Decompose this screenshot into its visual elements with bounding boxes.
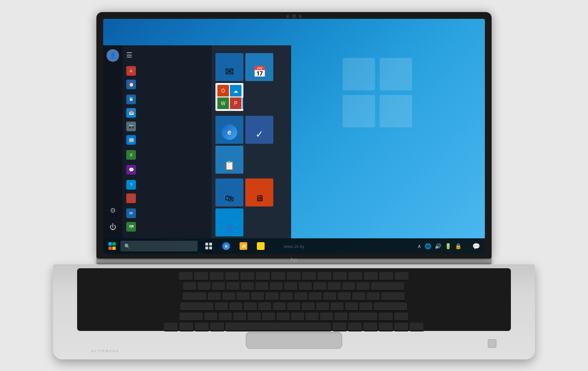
notification-button[interactable]: 💬 (469, 239, 483, 253)
excel-icon: X (126, 150, 136, 160)
search-bar[interactable]: 🔍 (120, 241, 198, 251)
key-0 (328, 282, 341, 291)
start-button[interactable] (105, 239, 120, 253)
key-j (302, 302, 315, 311)
key-h (287, 302, 301, 311)
key-esc (179, 272, 193, 281)
svg-rect-4 (205, 243, 208, 246)
key-9 (313, 282, 327, 291)
settings-icon[interactable]: ⚙ (105, 203, 120, 218)
app-item-access[interactable]: A (122, 64, 212, 78)
tile-todo[interactable]: ✓ (245, 116, 273, 144)
key-b (262, 313, 276, 321)
tile-ms-store[interactable]: 🛍 (215, 179, 243, 206)
key-f3 (225, 272, 240, 281)
app-item-feedback[interactable]: 💬 (122, 163, 212, 177)
tile-company-portal[interactable]: 👤 (215, 208, 243, 236)
user-avatar-icon[interactable]: 👤 (107, 49, 119, 62)
office-onenote-icon: N (242, 97, 243, 109)
key-s (229, 302, 243, 311)
key-lshift (179, 313, 203, 321)
key-f10 (333, 272, 347, 281)
key-y (280, 292, 294, 301)
app-item-excel[interactable]: X (122, 148, 212, 162)
fingerprint-reader[interactable] (488, 339, 496, 348)
tile-office-suite[interactable]: O W ☁ P N (215, 83, 243, 111)
remote-desktop-tile-icon: 🖥 (255, 193, 264, 204)
office-outlook-icon: O (217, 85, 229, 96)
defender-btn[interactable]: 🛡 (253, 239, 269, 253)
windows-flag-icon (108, 242, 116, 250)
battery-icon[interactable]: 🔋 (444, 242, 453, 250)
edge-taskbar-icon: e (222, 242, 230, 250)
key-pgdn (410, 323, 424, 331)
power-icon[interactable]: ⏻ (105, 219, 120, 234)
key-3 (227, 282, 240, 291)
ms-store-tile-icon: 🛍 (225, 193, 234, 204)
file-explorer-btn[interactable]: 📁 (235, 239, 252, 253)
key-v (248, 313, 261, 321)
screen-lid: 👤 ⚙ ⏻ ☰ A (96, 12, 492, 259)
key-fn (179, 323, 194, 331)
app-item-mail[interactable]: ✉ (122, 206, 212, 220)
key-f4 (241, 272, 255, 281)
key-right (394, 323, 409, 331)
key-l (331, 302, 344, 311)
key-x (219, 313, 232, 321)
tile-edge[interactable]: e (215, 116, 243, 144)
task-view-button[interactable] (200, 239, 217, 253)
key-7 (284, 282, 298, 291)
key-slash (334, 313, 348, 321)
key-alt-r (333, 323, 347, 331)
productivity-tiles-row2: e ✓ 📋 (215, 116, 287, 174)
network-icon[interactable]: 🌐 (424, 242, 432, 250)
key-w (222, 292, 236, 301)
keyboard (77, 268, 511, 331)
key-p (338, 292, 351, 301)
hamburger-icon: ☰ (126, 51, 133, 59)
app-item-calendar[interactable]: 📅 (122, 106, 212, 120)
key-backslash (381, 292, 405, 301)
app-item-alarms[interactable]: ⏰ (122, 78, 212, 91)
laptop: 👤 ⚙ ⏻ ☰ A (53, 12, 535, 359)
app-item-camera[interactable]: 📷 (122, 120, 212, 133)
tile-remote-desktop[interactable]: 🖥 (245, 179, 273, 206)
alarms-icon: ⏰ (126, 80, 136, 89)
office-onedrive-icon: ☁ (230, 85, 241, 96)
edge-taskbar-btn[interactable]: e (218, 239, 234, 253)
tile-calendar[interactable]: 📅 (245, 53, 273, 81)
calendar-icon: 📅 (126, 108, 136, 118)
key-4 (241, 282, 254, 291)
key-quote (360, 302, 373, 311)
lock-icon[interactable]: 🔒 (454, 242, 463, 250)
tile-whiteboard[interactable]: 📋 (215, 146, 243, 174)
app-item-calculator[interactable]: 🖩 (122, 93, 212, 106)
key-r (251, 292, 265, 301)
feedback-icon: 💬 (126, 165, 136, 175)
key-u (294, 292, 308, 301)
key-ins (379, 272, 394, 281)
tray-expand-icon[interactable]: ∧ (416, 242, 422, 250)
key-del (395, 272, 409, 281)
tile-mail-icon: ✉ (225, 66, 234, 78)
app-item-company-portal[interactable]: 🏢 (122, 133, 212, 147)
key-enter (374, 302, 408, 311)
calculator-icon: 🖩 (126, 95, 136, 104)
tile-mail[interactable]: ✉ (215, 53, 243, 81)
app-item-maps[interactable]: 🗺 (122, 220, 212, 234)
key-z (204, 313, 218, 321)
key-f9 (318, 272, 332, 281)
app-item-get-help[interactable]: ? (122, 178, 212, 192)
key-n (277, 313, 290, 321)
mail-app-icon: ✉ (126, 208, 136, 218)
app-list: ☰ A ⏰ 🖩 (122, 45, 212, 238)
app-item-groove[interactable]: 🎵 (122, 192, 212, 205)
speaker-icon[interactable]: 🔊 (434, 242, 442, 250)
todo-tile-icon: ✓ (255, 128, 264, 140)
hp-logo: hp (291, 257, 297, 262)
key-f6 (271, 272, 286, 281)
trackpad[interactable] (246, 332, 342, 349)
key-up (379, 313, 393, 321)
camera-bar (286, 14, 302, 18)
key-m (291, 313, 305, 321)
